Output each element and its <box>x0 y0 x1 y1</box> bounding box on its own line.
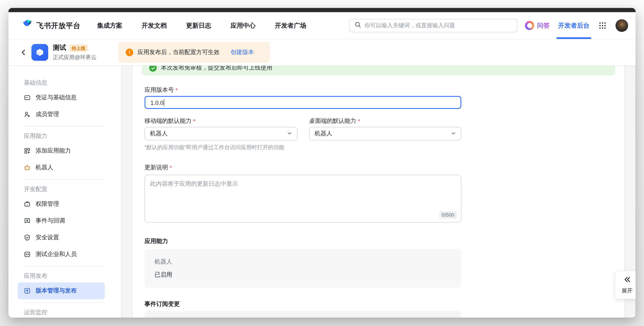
sidebar-item-publish-arrow[interactable]: 版本管理与发布 <box>18 282 105 299</box>
code-box-icon <box>24 251 30 258</box>
nav-link-1[interactable]: 开发文档 <box>142 22 167 30</box>
grid-plus-icon <box>24 148 30 154</box>
success-banner: 本次发布免审核，提交发布后即可上线使用 <box>142 66 615 76</box>
back-chevron-icon[interactable] <box>20 48 27 56</box>
nav-link-3[interactable]: 应用中心 <box>230 22 256 30</box>
top-navigation: 飞书开放平台 集成方案开发文档更新日志应用中心开发者广场 你可以输入关键词，或直… <box>8 12 636 40</box>
logo-text: 飞书开放平台 <box>36 21 80 30</box>
mobile-capability-select[interactable]: 机器人 <box>144 127 298 140</box>
sidebar-item-user-plus[interactable]: 成员管理 <box>18 106 105 123</box>
sidebar-item-robot[interactable]: 机器人 <box>18 159 105 176</box>
mobile-capability-value: 机器人 <box>150 130 168 138</box>
sidebar-item-grid-plus[interactable]: 添加应用能力 <box>18 142 105 159</box>
success-banner-text: 本次发布免审核，提交发布后即可上线使用 <box>161 66 272 72</box>
sidebar-divider <box>24 302 105 303</box>
sidebar-item-label: 添加应用能力 <box>36 147 71 154</box>
sidebar-item-label: 成员管理 <box>36 110 59 118</box>
sidebar-item-label: 安全设置 <box>36 234 59 241</box>
robot-icon <box>24 164 30 171</box>
app-title-block: 测试 待上线 正式应用@环界云 <box>53 44 96 61</box>
body-row: 基础信息凭证与基础信息成员管理应用能力添加应用能力机器人开发配置权限管理事件与回… <box>8 66 636 318</box>
feishu-logo[interactable]: 飞书开放平台 <box>22 19 80 32</box>
developer-console-tab[interactable]: 开发者后台 <box>558 12 590 39</box>
qa-label: 问答 <box>537 22 550 30</box>
app-capability-section-title: 应用能力 <box>144 238 461 245</box>
capability-hint: “默认的应用功能”即用户通过工作台访问应用时打开的功能 <box>144 144 461 151</box>
sidebar-divider <box>24 179 105 180</box>
text-caret <box>164 99 164 106</box>
window-chrome-bar <box>8 8 636 12</box>
app-cube-icon <box>32 44 48 61</box>
desktop-background: 飞书开放平台 集成方案开发文档更新日志应用中心开发者广场 你可以输入关键词，或直… <box>0 0 644 326</box>
shield-check-icon <box>24 234 30 241</box>
sidebar-item-id-card[interactable]: 凭证与基础信息 <box>18 89 105 106</box>
sidebar-section-title-1: 应用能力 <box>18 130 121 142</box>
expand-panel-button[interactable]: 展开 <box>615 271 636 299</box>
sidebar-divider <box>24 126 105 126</box>
version-input[interactable]: 1.0.0 <box>144 96 461 109</box>
search-input[interactable]: 你可以输入关键词，或直接输入问题 <box>349 19 518 32</box>
sidebar-item-label: 版本管理与发布 <box>36 287 77 294</box>
sidebar-item-code-box[interactable]: 测试企业和人员 <box>18 246 105 263</box>
sidebar-item-event-flag[interactable]: 事件与回调 <box>18 212 105 229</box>
user-plus-icon <box>24 111 30 118</box>
sidebar-section-title-2: 开发配置 <box>18 183 121 196</box>
sidebar: 基础信息凭证与基础信息成员管理应用能力添加应用能力机器人开发配置权限管理事件与回… <box>8 66 121 318</box>
desktop-capability-value: 机器人 <box>315 130 332 138</box>
app-name: 测试 <box>53 44 66 52</box>
sidebar-item-shield-check[interactable]: 安全设置 <box>18 229 105 246</box>
event-subscription-card <box>144 311 461 318</box>
search-icon <box>354 21 361 30</box>
app-grid-icon[interactable] <box>599 22 606 29</box>
nav-link-0[interactable]: 集成方案 <box>97 22 122 30</box>
user-avatar[interactable] <box>616 19 628 32</box>
nav-link-2[interactable]: 更新日志 <box>186 22 211 30</box>
required-asterisk: * <box>176 87 178 94</box>
briefcase-icon <box>24 201 30 208</box>
expand-label: 展开 <box>622 287 632 294</box>
sidebar-section-title-3: 应用发布 <box>18 270 121 282</box>
double-chevron-left-icon <box>623 276 631 285</box>
sidebar-item-label: 机器人 <box>36 164 53 172</box>
mobile-capability-label: 移动端的默认能力* <box>144 117 298 125</box>
app-subtitle: 正式应用@环界云 <box>53 54 96 61</box>
char-counter: 0/500 <box>439 211 457 219</box>
qa-gradient-ring-icon <box>525 21 534 30</box>
warning-text: 应用发布后，当前配置方可生效 <box>138 48 220 56</box>
app-header: 测试 待上线 正式应用@环界云 ! 应用发布后，当前配置方可生效 创建版本 <box>8 40 636 66</box>
publish-arrow-icon <box>24 288 30 294</box>
sidebar-item-label: 测试企业和人员 <box>36 250 77 258</box>
required-asterisk: * <box>358 118 360 124</box>
update-notes-placeholder: 此内容将于应用的更新日志中显示 <box>150 180 238 187</box>
warning-icon: ! <box>126 48 133 56</box>
event-flag-icon <box>24 218 30 224</box>
chevron-down-icon <box>451 130 456 137</box>
desktop-capability-select[interactable]: 机器人 <box>309 127 461 140</box>
required-asterisk: * <box>193 118 196 124</box>
chevron-down-icon <box>287 130 292 137</box>
success-check-icon <box>149 66 157 72</box>
update-notes-label: 更新说明* <box>144 164 461 172</box>
main-panel: 本次发布免审核，提交发布后即可上线使用 应用版本号* 1.0.0 <box>132 66 624 318</box>
version-input-value: 1.0.0 <box>150 99 164 106</box>
qa-link[interactable]: 问答 <box>525 21 550 30</box>
publish-warning-banner: ! 应用发布后，当前配置方可生效 创建版本 <box>118 42 270 63</box>
nav-link-4[interactable]: 开发者广场 <box>275 22 306 30</box>
app-capability-card: 机器人 已启用 <box>144 249 461 288</box>
search-placeholder: 你可以输入关键词，或直接输入问题 <box>364 22 455 29</box>
create-version-link[interactable]: 创建版本 <box>230 48 254 56</box>
feishu-logo-icon <box>22 19 33 32</box>
capability-status: 已启用 <box>154 271 451 279</box>
desktop-capability-label: 桌面端的默认能力* <box>309 117 461 125</box>
required-asterisk: * <box>170 164 172 171</box>
version-field-label: 应用版本号* <box>144 86 461 94</box>
version-form: 本次发布免审核，提交发布后即可上线使用 应用版本号* 1.0.0 <box>132 66 624 318</box>
developer-console-label: 开发者后台 <box>558 22 590 30</box>
sidebar-item-label: 事件与回调 <box>36 217 65 224</box>
sidebar-item-briefcase[interactable]: 权限管理 <box>18 196 105 212</box>
browser-window: 飞书开放平台 集成方案开发文档更新日志应用中心开发者广场 你可以输入关键词，或直… <box>8 8 636 318</box>
nav-links: 集成方案开发文档更新日志应用中心开发者广场 <box>97 22 306 30</box>
update-notes-textarea[interactable]: 此内容将于应用的更新日志中显示 0/500 <box>144 175 461 222</box>
sidebar-scrollbar-gutter[interactable] <box>121 66 132 318</box>
id-card-icon <box>24 94 30 101</box>
